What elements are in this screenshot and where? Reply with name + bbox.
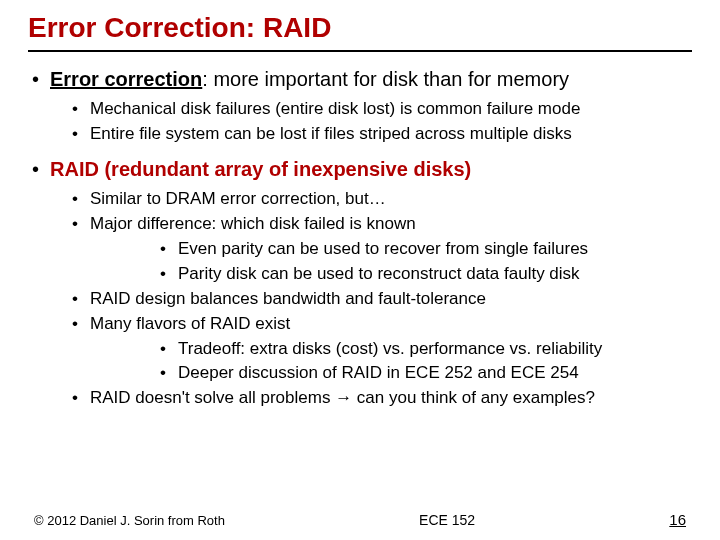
sub-bullet: Mechanical disk failures (entire disk lo… [50,98,692,121]
sub-sub-bullet: Tradeoff: extra disks (cost) vs. perform… [90,338,692,361]
sub-bullet: Many flavors of RAID exist Tradeoff: ext… [50,313,692,386]
sub-bullet: RAID doesn't solve all problems → can yo… [50,387,692,410]
slide: Error Correction: RAID Error correction:… [0,0,720,540]
sub-bullet: Similar to DRAM error correction, but… [50,188,692,211]
sub-bullet-text: Major difference: which disk failed is k… [90,214,416,233]
bullet-rest: : more important for disk than for memor… [202,68,569,90]
sub-bullet: Major difference: which disk failed is k… [50,213,692,286]
sub-list: Mechanical disk failures (entire disk lo… [50,98,692,146]
footer-course: ECE 152 [419,512,475,528]
sub-sub-bullet: Deeper discussion of RAID in ECE 252 and… [90,362,692,385]
bullet-raid: RAID (redundant array of inexpensive dis… [28,156,692,410]
sub-bullet: RAID design balances bandwidth and fault… [50,288,692,311]
footer-page-number: 16 [669,511,686,528]
footer-copyright: © 2012 Daniel J. Sorin from Roth [34,513,225,528]
slide-title: Error Correction: RAID [28,12,692,52]
sub-bullet: Entire file system can be lost if files … [50,123,692,146]
sub-sub-bullet: Even parity can be used to recover from … [90,238,692,261]
bullet-text: RAID (redundant array of inexpensive dis… [50,158,471,180]
footer: © 2012 Daniel J. Sorin from Roth ECE 152… [0,511,720,528]
bullet-lead: Error correction [50,68,202,90]
sub-bullet-text: Many flavors of RAID exist [90,314,290,333]
sub-sub-list: Tradeoff: extra disks (cost) vs. perform… [90,338,692,386]
bullet-error-correction: Error correction: more important for dis… [28,66,692,146]
bullet-list: Error correction: more important for dis… [28,66,692,410]
sub-list: Similar to DRAM error correction, but… M… [50,188,692,410]
sub-sub-list: Even parity can be used to recover from … [90,238,692,286]
sub-sub-bullet: Parity disk can be used to reconstruct d… [90,263,692,286]
